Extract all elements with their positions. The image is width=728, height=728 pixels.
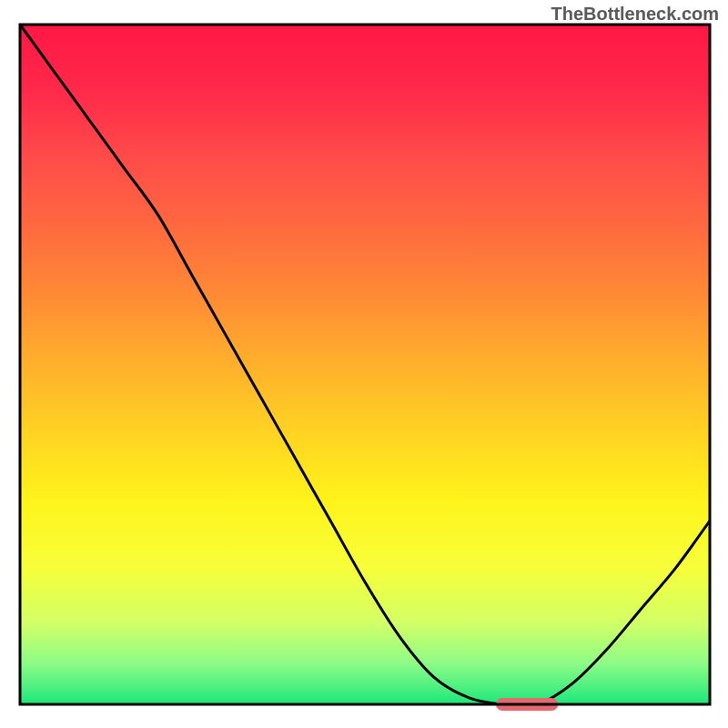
attribution-label: TheBottleneck.com xyxy=(551,4,719,25)
bottleneck-chart xyxy=(0,0,728,728)
plot-area-gradient xyxy=(20,25,710,704)
